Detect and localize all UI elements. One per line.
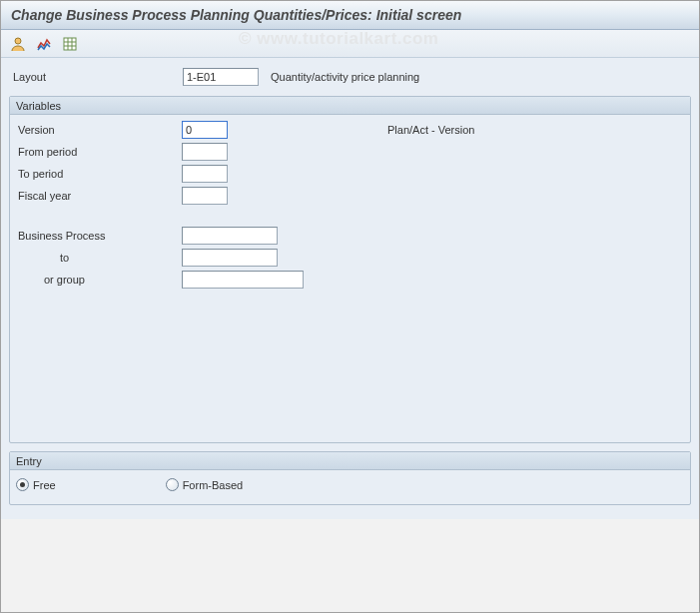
svg-rect-1 [64,38,76,50]
layout-input[interactable] [183,68,259,86]
svg-point-0 [15,38,21,44]
business-process-label: Business Process [14,230,182,242]
layout-row: Layout Quantity/activity price planning [7,64,693,92]
from-period-input[interactable] [182,143,228,161]
to-input[interactable] [182,249,278,267]
business-process-input[interactable] [182,227,278,245]
row-or-group: or group [14,269,686,291]
entry-body: Free Form-Based [10,470,690,499]
content-area: Layout Quantity/activity price planning … [1,58,699,519]
spreadsheet-icon[interactable] [61,35,79,53]
to-label: to [14,252,182,264]
radio-free[interactable]: Free [16,478,56,491]
row-version: Version Plan/Act - Version [14,119,686,141]
radio-form-based[interactable]: Form-Based [166,478,244,491]
to-period-input[interactable] [182,165,228,183]
row-to: to [14,247,686,269]
variables-group: Variables Version Plan/Act - Version Fro… [9,96,691,443]
page-title: Change Business Process Planning Quantit… [11,7,461,23]
radio-free-label: Free [33,479,56,491]
row-business-process: Business Process [14,225,686,247]
entry-title: Entry [10,452,690,470]
row-to-period: To period [14,163,686,185]
variables-title: Variables [10,97,690,115]
or-group-input[interactable] [182,271,304,289]
or-group-label: or group [14,274,182,286]
fiscal-year-input[interactable] [182,187,228,205]
to-period-label: To period [14,168,182,180]
chart-icon[interactable] [35,35,53,53]
version-desc: Plan/Act - Version [387,124,474,136]
version-label: Version [14,124,182,136]
user-settings-icon[interactable] [9,35,27,53]
variables-body: Version Plan/Act - Version From period T… [10,115,690,295]
spacer [14,207,686,225]
row-from-period: From period [14,141,686,163]
radio-free-dot [16,478,29,491]
layout-label: Layout [9,71,177,83]
from-period-label: From period [14,146,182,158]
layout-desc: Quantity/activity price planning [265,71,419,83]
row-fiscal-year: Fiscal year [14,185,686,207]
radio-form-based-label: Form-Based [183,479,244,491]
version-input[interactable] [182,121,228,139]
title-bar: Change Business Process Planning Quantit… [1,1,699,30]
fiscal-year-label: Fiscal year [14,190,182,202]
radio-form-based-dot [166,478,179,491]
entry-group: Entry Free Form-Based [9,451,691,505]
toolbar [1,30,699,58]
